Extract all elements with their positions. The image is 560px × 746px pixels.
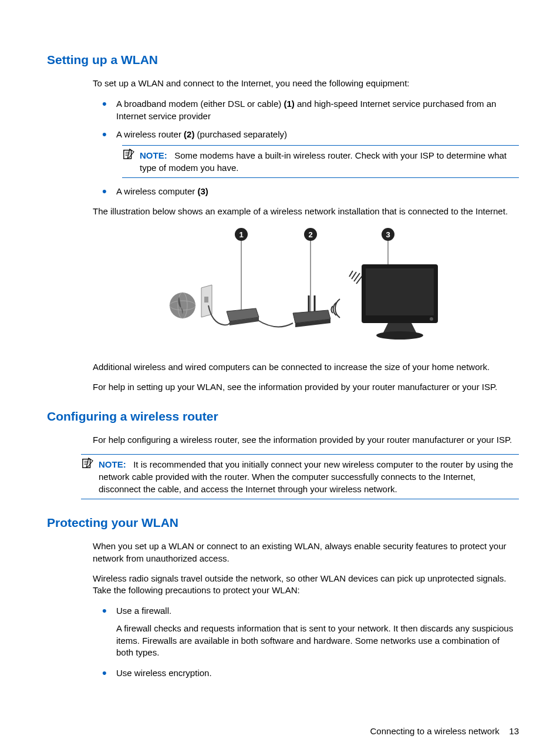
protect-para1: When you set up a WLAN or connect to an … — [93, 540, 519, 564]
note-text: Some modems have a built-in wireless rou… — [140, 150, 507, 173]
note-box: NOTE: It is recommended that you initial… — [81, 454, 519, 499]
note-text: It is recommended that you initially con… — [99, 459, 513, 494]
note-label: NOTE: — [99, 459, 126, 469]
section-setting-up-wlan: Setting up a WLAN To set up a WLAN and c… — [47, 53, 519, 393]
svg-point-22 — [430, 317, 433, 321]
heading-protecting-wlan: Protecting your WLAN — [47, 516, 519, 530]
list-item: Use wireless encryption. — [93, 667, 519, 679]
network-illustration: 1 2 3 — [93, 226, 519, 350]
equipment-list: A broadband modem (either DSL or cable) … — [93, 98, 519, 197]
list-item: Use a firewall. A firewall checks and re… — [93, 604, 519, 658]
illustration-caption: The illustration below shows an example … — [93, 206, 519, 217]
page-footer: Connecting to a wireless network 13 — [47, 726, 519, 736]
svg-point-21 — [376, 331, 423, 340]
svg-rect-20 — [366, 268, 434, 315]
svg-text:3: 3 — [386, 230, 390, 239]
heading-configuring-router: Configuring a wireless router — [47, 409, 519, 424]
additional-paragraph: Additional wireless and wired computers … — [93, 361, 519, 373]
list-item: A wireless router (2) (purchased separat… — [93, 128, 519, 178]
page-number: 13 — [509, 726, 519, 736]
svg-rect-16 — [204, 297, 208, 303]
footer-title: Connecting to a wireless network — [370, 726, 500, 736]
list-item: A wireless computer (3) — [93, 185, 519, 197]
note-icon — [122, 148, 135, 160]
firewall-description: A firewall checks and requests informati… — [116, 623, 519, 658]
section-protecting-wlan: Protecting your WLAN When you set up a W… — [47, 516, 519, 679]
section-configuring-router: Configuring a wireless router For help c… — [47, 409, 519, 499]
note-box: NOTE: Some modems have a built-in wirele… — [122, 145, 519, 178]
svg-point-13 — [170, 293, 195, 318]
help-paragraph: For help in setting up your WLAN, see th… — [93, 381, 519, 393]
note-label: NOTE: — [140, 150, 167, 160]
protect-para2: Wireless radio signals travel outside th… — [93, 573, 519, 597]
svg-text:2: 2 — [308, 230, 312, 239]
config-paragraph: For help configuring a wireless router, … — [93, 434, 519, 446]
svg-text:1: 1 — [239, 230, 243, 239]
intro-paragraph: To set up a WLAN and connect to the Inte… — [93, 78, 519, 89]
note-icon — [81, 457, 94, 469]
precautions-list: Use a firewall. A firewall checks and re… — [93, 604, 519, 679]
list-item: A broadband modem (either DSL or cable) … — [93, 98, 519, 122]
heading-setting-up-wlan: Setting up a WLAN — [47, 53, 519, 67]
